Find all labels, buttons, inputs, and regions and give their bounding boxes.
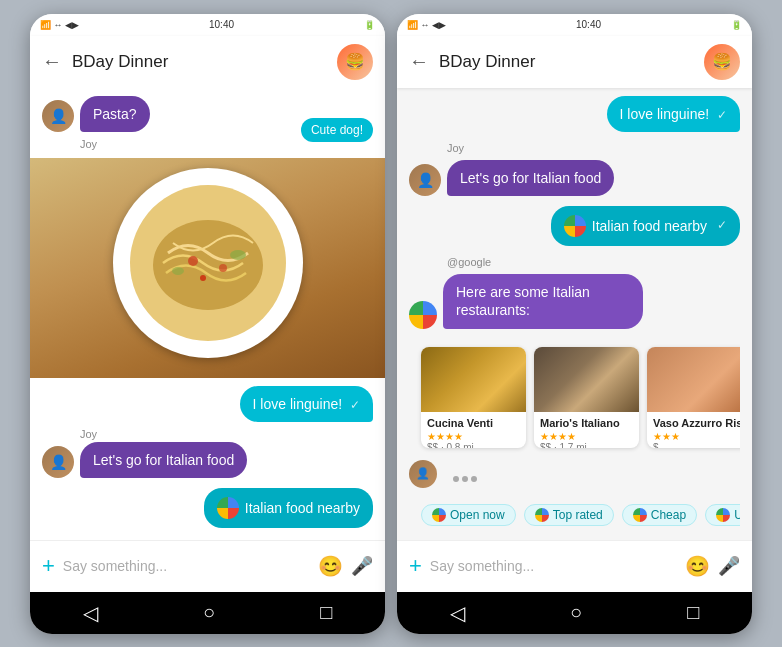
filter-open-now[interactable]: Open now xyxy=(421,504,516,526)
joy-avatar-italian: 👤 xyxy=(42,446,74,478)
filter-top-rated[interactable]: Top rated xyxy=(524,504,614,526)
messages-bottom: I love linguine! ✓ Joy 👤 Let's go for It… xyxy=(30,378,385,540)
phone-right: 📶 ↔ ◀▶ 10:40 🔋 ← BDay Dinner 🍔 I love li… xyxy=(397,14,752,634)
at-google-label: @google xyxy=(447,256,740,268)
joy-avatar-right: 👤 xyxy=(409,164,441,196)
app-header-right: ← BDay Dinner 🍔 xyxy=(397,36,752,88)
mic-button-left[interactable]: 🎤 xyxy=(351,555,373,577)
say-something-right[interactable]: Say something... xyxy=(430,558,677,574)
bubble-italian: Let's go for Italian food xyxy=(80,442,247,478)
mic-button-right[interactable]: 🎤 xyxy=(718,555,740,577)
avatar-badge-right: 🍔 xyxy=(704,44,740,80)
msg-row-italian: 👤 Let's go for Italian food xyxy=(42,442,373,478)
card-name-0: Cucina Venti xyxy=(427,417,520,429)
joy-avatar-pasta: 👤 xyxy=(42,100,74,132)
chat-area-right: I love linguine! ✓ Joy 👤 Let's go for It… xyxy=(397,88,752,540)
msg-row-lets-go: 👤 Let's go for Italian food xyxy=(409,160,740,196)
carrier-icons-right: 📶 ↔ ◀▶ xyxy=(407,20,446,30)
msg-row-nearby-right: Italian food nearby ✓ xyxy=(409,206,740,246)
svg-point-4 xyxy=(200,275,206,281)
dot-2 xyxy=(462,476,468,482)
battery-icons: 🔋 xyxy=(364,20,375,30)
msg-row-linguine-right: I love linguine! ✓ xyxy=(409,96,740,133)
filter-cheap[interactable]: Cheap xyxy=(622,504,697,526)
card-image-2 xyxy=(647,347,740,412)
pasta-svg xyxy=(128,183,288,343)
svg-point-5 xyxy=(230,250,246,260)
card-info-2: Vaso Azzurro Ristorante ★★★ $ Italian xyxy=(647,412,740,448)
card-info-0: Cucina Venti ★★★★ $$ · 0.8 mi Italian xyxy=(421,412,526,448)
dot-1 xyxy=(453,476,459,482)
nav-back-right[interactable]: ◁ xyxy=(450,601,465,625)
bubble-lets-go: Let's go for Italian food xyxy=(447,160,614,196)
joy-avatar-typing: 👤 xyxy=(409,460,437,488)
input-bar-right: + Say something... 😊 🎤 xyxy=(397,540,752,592)
card-detail-1: $$ · 1.7 mi xyxy=(540,442,633,448)
nav-back-left[interactable]: ◁ xyxy=(83,601,98,625)
card-image-1 xyxy=(534,347,639,412)
bubble-linguine-right: I love linguine! ✓ xyxy=(607,96,740,133)
dot-3 xyxy=(471,476,477,482)
bubble-pasta: Pasta? xyxy=(80,96,150,132)
svg-point-3 xyxy=(219,264,227,272)
google-dot-open xyxy=(432,508,446,522)
card-name-1: Mario's Italiano xyxy=(540,417,633,429)
filter-row: Open now Top rated Cheap Upscale xyxy=(409,498,740,532)
card-stars-2: ★★★ xyxy=(653,431,740,442)
google-dot-top xyxy=(535,508,549,522)
plus-button-left[interactable]: + xyxy=(42,553,55,579)
nav-home-right[interactable]: ○ xyxy=(570,601,582,624)
cute-dog-bubble: Cute dog! xyxy=(301,118,373,142)
google-avatar xyxy=(409,301,437,329)
time-left: 10:40 xyxy=(209,19,234,30)
typing-row: 👤 xyxy=(409,460,740,488)
card-detail-2: $ xyxy=(653,442,740,448)
google-assistant-icon-left xyxy=(217,497,239,519)
nav-bar-right: ◁ ○ □ xyxy=(397,592,752,634)
card-stars-0: ★★★★ xyxy=(427,431,520,442)
svg-point-2 xyxy=(188,256,198,266)
plus-button-right[interactable]: + xyxy=(409,553,422,579)
battery-icons-right: 🔋 xyxy=(731,20,742,30)
carrier-icons: 📶 ↔ ◀▶ xyxy=(40,20,79,30)
chat-area-left: 👤 Pasta? Joy xyxy=(30,88,385,540)
emoji-button-left[interactable]: 😊 xyxy=(318,554,343,578)
bubble-linguine: I love linguine! ✓ xyxy=(240,386,373,423)
msg-row-linguine: I love linguine! ✓ xyxy=(42,386,373,423)
status-bar-left: 📶 ↔ ◀▶ 10:40 🔋 xyxy=(30,14,385,36)
typing-dots xyxy=(443,470,487,488)
restaurant-card-2[interactable]: Vaso Azzurro Ristorante ★★★ $ Italian xyxy=(647,347,740,448)
filter-upscale[interactable]: Upscale xyxy=(705,504,740,526)
time-right: 10:40 xyxy=(576,19,601,30)
google-dot-upscale xyxy=(716,508,730,522)
restaurant-card-0[interactable]: Cucina Venti ★★★★ $$ · 0.8 mi Italian xyxy=(421,347,526,448)
restaurant-cards: Cucina Venti ★★★★ $$ · 0.8 mi Italian xyxy=(409,339,740,456)
nav-bar-left: ◁ ○ □ xyxy=(30,592,385,634)
sender-joy-bottom: Joy xyxy=(80,428,373,440)
check-linguine-right: ✓ xyxy=(717,108,727,122)
header-title-right: BDay Dinner xyxy=(439,52,694,72)
check-nearby-right: ✓ xyxy=(717,218,727,234)
google-assistant-icon-right xyxy=(564,215,586,237)
food-image xyxy=(30,158,385,378)
app-header-left: ← BDay Dinner 🍔 xyxy=(30,36,385,88)
bubble-nearby: Italian food nearby xyxy=(204,488,373,528)
msg-row-nearby: Italian food nearby xyxy=(42,488,373,528)
check-linguine: ✓ xyxy=(350,398,360,412)
card-stars-1: ★★★★ xyxy=(540,431,633,442)
card-image-0 xyxy=(421,347,526,412)
bubble-nearby-right: Italian food nearby ✓ xyxy=(551,206,740,246)
nav-recent-left[interactable]: □ xyxy=(320,601,332,624)
nav-home-left[interactable]: ○ xyxy=(203,601,215,624)
back-button-left[interactable]: ← xyxy=(42,50,62,73)
card-name-2: Vaso Azzurro Ristorante xyxy=(653,417,740,429)
bubble-google-reply: Here are some Italian restaurants: xyxy=(443,274,643,328)
emoji-button-right[interactable]: 😊 xyxy=(685,554,710,578)
restaurant-card-1[interactable]: Mario's Italiano ★★★★ $$ · 1.7 mi Italia… xyxy=(534,347,639,448)
card-info-1: Mario's Italiano ★★★★ $$ · 1.7 mi Italia… xyxy=(534,412,639,448)
nav-recent-right[interactable]: □ xyxy=(687,601,699,624)
status-bar-right: 📶 ↔ ◀▶ 10:40 🔋 xyxy=(397,14,752,36)
say-something-left[interactable]: Say something... xyxy=(63,558,310,574)
back-button-right[interactable]: ← xyxy=(409,50,429,73)
svg-point-6 xyxy=(172,267,184,275)
